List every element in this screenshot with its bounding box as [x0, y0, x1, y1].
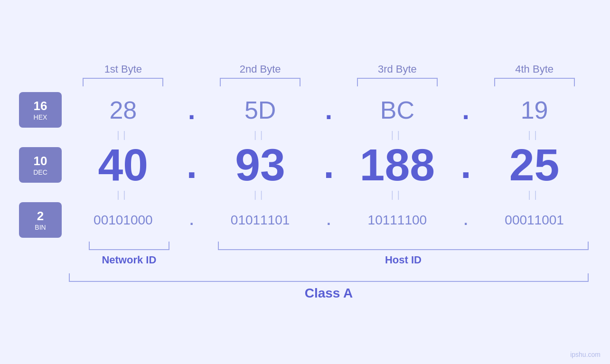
bin-dot-1: .: [180, 212, 204, 228]
hex-val-2: 5D: [204, 96, 317, 124]
hex-val-1: 28: [66, 96, 180, 124]
dec-badge: 10 DEC: [19, 147, 62, 183]
hex-dot-3: .: [454, 95, 478, 125]
bin-val-4: 00011001: [478, 213, 591, 228]
network-id-label: Network ID: [102, 254, 156, 266]
equals-1-1: ||: [66, 130, 180, 140]
dec-val-3: 188: [341, 142, 454, 187]
byte1-header: 1st Byte: [66, 63, 180, 75]
dec-dot-3: .: [454, 143, 478, 187]
hex-dot-1: .: [180, 95, 204, 125]
host-bracket: [218, 242, 589, 250]
dec-val-2: 93: [204, 142, 317, 187]
bin-val-1: 00101000: [66, 213, 180, 228]
hex-val-4: 19: [478, 96, 591, 124]
bin-dot-2: .: [317, 212, 341, 228]
equals-1-2: ||: [204, 130, 317, 140]
dec-dot-2: .: [317, 143, 341, 187]
bin-dot-3: .: [454, 212, 478, 228]
hex-badge: 16 HEX: [19, 92, 62, 128]
top-bracket-3: [357, 78, 438, 86]
class-label: Class A: [305, 286, 353, 301]
class-bracket: [69, 273, 589, 282]
dec-val-4: 25: [478, 142, 591, 187]
top-bracket-4: [494, 78, 575, 86]
top-bracket-2: [220, 78, 300, 86]
equals-2-2: ||: [204, 189, 317, 200]
byte2-header: 2nd Byte: [204, 63, 317, 75]
dec-dot-1: .: [180, 143, 204, 187]
main-container: 1st Byte 2nd Byte 3rd Byte 4th Byte: [0, 0, 610, 364]
host-id-label: Host ID: [385, 254, 422, 266]
equals-2-1: ||: [66, 189, 180, 200]
hex-dot-2: .: [317, 95, 341, 125]
watermark: ipshu.com: [570, 351, 601, 358]
bin-badge: 2 BIN: [19, 202, 62, 238]
byte4-header: 4th Byte: [478, 63, 591, 75]
byte3-header: 3rd Byte: [341, 63, 454, 75]
equals-2-3: ||: [341, 189, 454, 200]
bin-val-3: 10111100: [341, 213, 454, 228]
equals-1-4: ||: [478, 130, 591, 140]
network-bracket: [89, 242, 169, 250]
hex-val-3: BC: [341, 96, 454, 124]
equals-1-3: ||: [341, 130, 454, 140]
top-bracket-1: [83, 78, 163, 86]
dec-val-1: 40: [66, 142, 180, 187]
bin-val-2: 01011101: [204, 213, 317, 228]
equals-2-4: ||: [478, 189, 591, 200]
